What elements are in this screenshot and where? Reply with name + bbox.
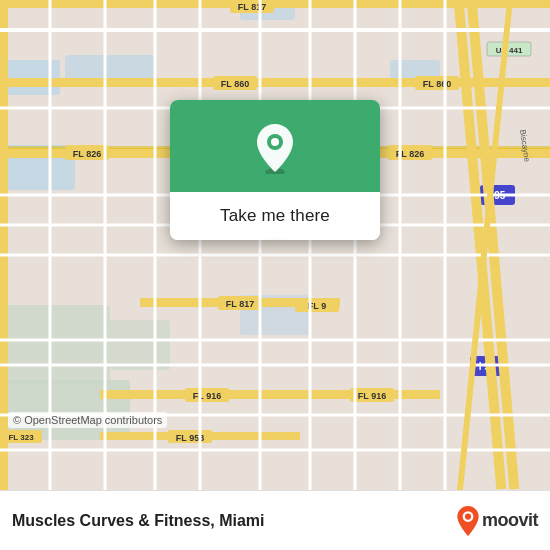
svg-text:FL 860: FL 860 xyxy=(221,79,249,89)
place-name: Muscles Curves & Fitness, Miami xyxy=(12,512,446,530)
map-attribution: © OpenStreetMap contributors xyxy=(8,412,167,428)
svg-text:FL 916: FL 916 xyxy=(193,391,221,401)
svg-text:FL 916: FL 916 xyxy=(358,391,386,401)
svg-text:US 441: US 441 xyxy=(496,46,523,55)
popup-header xyxy=(170,100,380,192)
svg-text:FL 860: FL 860 xyxy=(423,79,451,89)
location-pin-icon xyxy=(251,124,299,172)
svg-text:FL 817: FL 817 xyxy=(226,299,254,309)
bottom-bar: Muscles Curves & Fitness, Miami moovit xyxy=(0,490,550,550)
moovit-logo: moovit xyxy=(454,505,538,537)
svg-text:FL 323: FL 323 xyxy=(8,433,34,442)
svg-rect-8 xyxy=(110,320,170,370)
popup-action-section[interactable]: Take me there xyxy=(170,192,380,240)
svg-point-72 xyxy=(465,513,471,519)
moovit-text: moovit xyxy=(482,510,538,531)
svg-text:FL 817: FL 817 xyxy=(238,2,266,12)
take-me-there-button[interactable]: Take me there xyxy=(220,206,330,226)
location-popup: Take me there xyxy=(170,100,380,240)
svg-text:FL 826: FL 826 xyxy=(73,149,101,159)
svg-rect-6 xyxy=(0,305,110,385)
map-view[interactable]: FL 826 FL 826 FL 860 FL 860 FL 817 FL 81… xyxy=(0,0,550,490)
svg-point-70 xyxy=(271,138,279,146)
